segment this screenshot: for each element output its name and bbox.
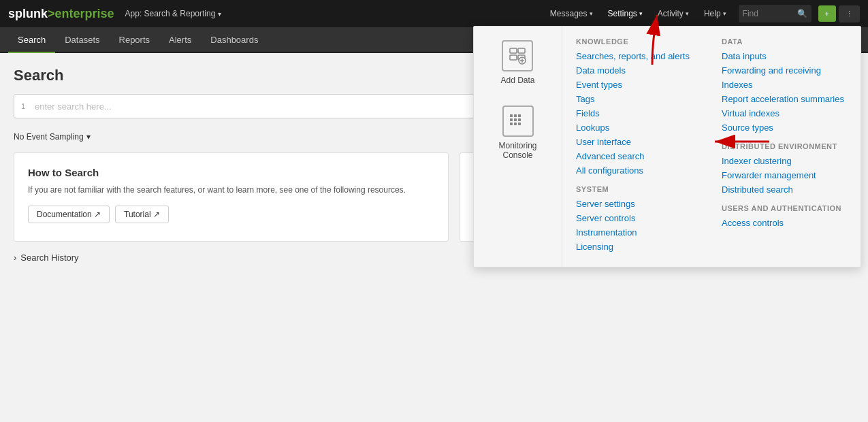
add-data-icon-box bbox=[502, 40, 533, 71]
dd-link-instrumentation[interactable]: Instrumentation bbox=[576, 227, 701, 238]
app-name[interactable]: App: Search & Reporting ▾ bbox=[125, 9, 222, 18]
nav-reports-label: Reports bbox=[119, 35, 150, 45]
dd-link-indexer-clustering[interactable]: Indexer clustering bbox=[722, 156, 847, 166]
add-data-item[interactable]: Add Data bbox=[500, 40, 534, 85]
dd-link-virtual-indexes[interactable]: Virtual indexes bbox=[722, 108, 847, 118]
dd-link-event-types[interactable]: Event types bbox=[576, 80, 701, 90]
settings-label: Settings bbox=[608, 9, 637, 18]
svg-rect-0 bbox=[510, 48, 517, 53]
dd-link-fields[interactable]: Fields bbox=[576, 108, 701, 118]
event-sampling-label: No Event Sampling bbox=[14, 132, 84, 142]
settings-dropdown: Add Data Monitoring Console bbox=[473, 26, 861, 267]
activity-label: Activity bbox=[658, 9, 684, 18]
monitoring-console-item[interactable]: Monitoring Console bbox=[498, 106, 536, 160]
monitoring-console-icon-box bbox=[502, 106, 534, 137]
messages-chevron: ▾ bbox=[590, 10, 593, 17]
help-btn[interactable]: Help ▾ bbox=[697, 5, 733, 22]
app-name-label: App: Search & Reporting bbox=[125, 9, 216, 18]
svg-rect-14 bbox=[514, 123, 517, 125]
search-history-label: Search History bbox=[20, 253, 78, 263]
nav-search[interactable]: Search bbox=[8, 27, 55, 53]
how-to-search-btns: Documentation ↗ Tutorial ↗ bbox=[28, 206, 434, 223]
dropdown-left: Add Data Monitoring Console bbox=[474, 27, 562, 267]
svg-rect-2 bbox=[518, 48, 525, 53]
data-section-title: DATA bbox=[722, 37, 847, 46]
dd-link-licensing[interactable]: Licensing bbox=[576, 242, 701, 252]
top-nav: splunk>enterprise App: Search & Reportin… bbox=[0, 0, 868, 27]
monitoring-console-label: Monitoring Console bbox=[498, 141, 536, 160]
find-icon: 🔍 bbox=[797, 9, 807, 18]
activity-btn[interactable]: Activity ▾ bbox=[651, 5, 696, 22]
dd-link-report-acceleration[interactable]: Report acceleration summaries bbox=[722, 94, 847, 104]
how-to-search-title: How to Search bbox=[28, 167, 434, 178]
find-input-wrap: 🔍 bbox=[739, 5, 811, 22]
dd-link-source-types[interactable]: Source types bbox=[722, 123, 847, 133]
add-data-label: Add Data bbox=[500, 76, 534, 85]
dropdown-right: KNOWLEDGE Searches, reports, and alerts … bbox=[562, 27, 861, 267]
new-btn[interactable]: + bbox=[818, 5, 836, 22]
app-name-chevron: ▾ bbox=[218, 10, 221, 18]
dd-link-advanced-search[interactable]: Advanced search bbox=[576, 151, 701, 161]
dd-link-lookups[interactable]: Lookups bbox=[576, 123, 701, 133]
dd-link-data-models[interactable]: Data models bbox=[576, 65, 701, 76]
search-history-chevron: › bbox=[14, 253, 16, 263]
svg-rect-7 bbox=[510, 114, 513, 117]
dd-link-searches[interactable]: Searches, reports, and alerts bbox=[576, 51, 701, 61]
nav-datasets-label: Datasets bbox=[65, 35, 99, 45]
dd-col-data: DATA Data inputs Forwarding and receivin… bbox=[722, 37, 847, 256]
settings-btn[interactable]: Settings ▾ bbox=[601, 5, 649, 22]
dd-link-all-configurations[interactable]: All configurations bbox=[576, 165, 701, 176]
svg-rect-10 bbox=[510, 118, 513, 121]
dd-link-tags[interactable]: Tags bbox=[576, 94, 701, 104]
how-to-search-description: If you are not familiar with the search … bbox=[28, 184, 434, 196]
nav-dashboards-label: Dashboards bbox=[210, 35, 258, 45]
documentation-btn[interactable]: Documentation ↗ bbox=[28, 206, 110, 223]
svg-rect-15 bbox=[518, 123, 521, 125]
tutorial-btn[interactable]: Tutorial ↗ bbox=[115, 206, 169, 223]
svg-rect-12 bbox=[518, 118, 521, 121]
find-input[interactable] bbox=[743, 9, 797, 18]
splunk-logo[interactable]: splunk>enterprise bbox=[8, 7, 114, 21]
svg-rect-13 bbox=[510, 123, 513, 125]
event-sampling-chevron: ▾ bbox=[86, 132, 91, 142]
search-bar: 1 bbox=[14, 94, 477, 118]
nav-reports[interactable]: Reports bbox=[110, 27, 160, 53]
messages-label: Messages bbox=[550, 9, 588, 18]
nav-datasets[interactable]: Datasets bbox=[55, 27, 109, 53]
users-auth-section-title: USERS AND AUTHENTICATION bbox=[722, 204, 847, 212]
help-label: Help bbox=[704, 9, 721, 18]
svg-rect-1 bbox=[510, 55, 517, 60]
dd-link-user-interface[interactable]: User interface bbox=[576, 137, 701, 147]
add-data-icon bbox=[508, 46, 527, 65]
messages-btn[interactable]: Messages ▾ bbox=[543, 5, 600, 22]
dd-link-forwarding[interactable]: Forwarding and receiving bbox=[722, 65, 847, 76]
svg-rect-9 bbox=[518, 114, 521, 117]
dd-link-access-controls[interactable]: Access controls bbox=[722, 218, 847, 228]
settings-chevron: ▾ bbox=[639, 10, 643, 17]
dd-link-data-inputs[interactable]: Data inputs bbox=[722, 51, 847, 61]
dd-link-server-settings[interactable]: Server settings bbox=[576, 199, 701, 209]
more-btn[interactable]: ⋮ bbox=[839, 5, 860, 22]
nav-search-label: Search bbox=[18, 35, 46, 45]
dd-link-server-controls[interactable]: Server controls bbox=[576, 213, 701, 223]
monitoring-console-icon bbox=[508, 112, 528, 130]
svg-rect-8 bbox=[514, 114, 517, 117]
knowledge-section-title: KNOWLEDGE bbox=[576, 37, 701, 46]
system-section-title: SYSTEM bbox=[576, 185, 701, 193]
how-to-search-card: How to Search If you are not familiar wi… bbox=[14, 152, 449, 242]
top-nav-right: Messages ▾ Settings ▾ Activity ▾ Help ▾ … bbox=[543, 5, 860, 22]
dist-env-section-title: DISTRIBUTED ENVIRONMENT bbox=[722, 142, 847, 150]
nav-alerts[interactable]: Alerts bbox=[159, 27, 201, 53]
dd-link-indexes[interactable]: Indexes bbox=[722, 80, 847, 90]
search-line-number: 1 bbox=[21, 102, 28, 110]
nav-alerts-label: Alerts bbox=[169, 35, 191, 45]
svg-rect-11 bbox=[514, 118, 517, 121]
dd-link-distributed-search[interactable]: Distributed search bbox=[722, 184, 847, 195]
nav-dashboards[interactable]: Dashboards bbox=[201, 27, 268, 53]
activity-chevron: ▾ bbox=[686, 10, 689, 17]
dd-link-forwarder-management[interactable]: Forwarder management bbox=[722, 170, 847, 180]
help-chevron: ▾ bbox=[723, 10, 726, 17]
dd-col-knowledge: KNOWLEDGE Searches, reports, and alerts … bbox=[576, 37, 701, 256]
search-input[interactable] bbox=[35, 101, 469, 112]
